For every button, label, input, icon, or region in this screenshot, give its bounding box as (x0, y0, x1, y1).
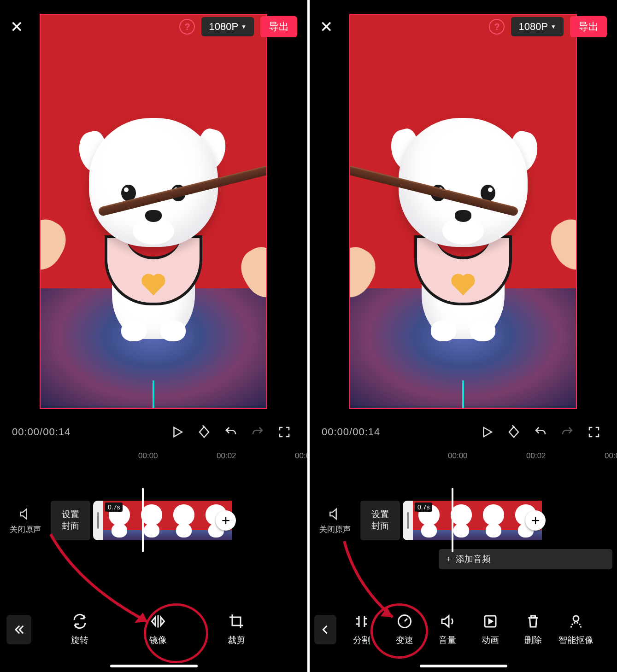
cutout-tool[interactable]: 智能抠像 (554, 613, 597, 646)
resolution-label: 1080P (518, 21, 548, 33)
home-indicator (110, 665, 198, 667)
speed-icon (396, 613, 413, 630)
set-cover-button[interactable]: 设置 封面 (51, 501, 90, 540)
split-icon (353, 613, 370, 630)
play-button[interactable] (476, 425, 498, 439)
speaker-icon (18, 507, 33, 521)
playhead[interactable] (452, 488, 453, 552)
clip-duration-badge: 0.7s (105, 503, 123, 512)
keyframe-button[interactable] (503, 425, 525, 439)
mirror-icon (150, 613, 166, 630)
rotate-label: 旋转 (71, 634, 88, 646)
playhead[interactable] (142, 488, 144, 552)
mute-original-button[interactable]: 关闭原声 (310, 507, 360, 535)
svg-point-2 (573, 616, 579, 621)
crop-label: 裁剪 (228, 634, 245, 646)
close-button[interactable]: ✕ (320, 18, 333, 36)
trash-icon (525, 613, 541, 630)
person-cutout-icon (568, 613, 584, 630)
crop-tool[interactable]: 裁剪 (197, 613, 276, 646)
add-clip-button[interactable]: + (216, 510, 236, 531)
animation-icon (482, 613, 499, 630)
timeline-ruler[interactable]: 00:00 00:02 00:04 (310, 451, 617, 465)
help-button[interactable]: ? (179, 19, 195, 35)
mirror-tool[interactable]: 镜像 (119, 613, 197, 646)
help-button[interactable]: ? (489, 19, 505, 35)
volume-label: 音量 (439, 634, 456, 646)
mute-label: 关闭原声 (319, 524, 351, 535)
home-indicator (420, 665, 507, 667)
add-audio-label: 添加音频 (456, 553, 491, 565)
cutout-label: 智能抠像 (558, 634, 593, 646)
add-audio-button[interactable]: + 添加音频 (439, 549, 612, 569)
chevron-down-icon: ▼ (241, 23, 247, 30)
resolution-label: 1080P (209, 21, 238, 33)
mute-label: 关闭原声 (10, 524, 41, 535)
fullscreen-button[interactable] (583, 425, 605, 439)
close-button[interactable]: ✕ (10, 18, 23, 36)
speaker-icon (328, 507, 342, 521)
animation-tool[interactable]: 动画 (469, 613, 511, 646)
rotate-icon (71, 613, 88, 630)
split-tool[interactable]: 分割 (340, 613, 383, 646)
timeline-clip[interactable]: 0.7s + (93, 501, 232, 540)
split-label: 分割 (353, 634, 370, 646)
set-cover-button[interactable]: 设置 封面 (360, 501, 400, 540)
keyframe-button[interactable] (193, 425, 215, 439)
crop-icon (228, 613, 245, 630)
redo-button[interactable] (247, 425, 269, 439)
add-clip-button[interactable]: + (525, 510, 546, 531)
clip-duration-badge: 0.7s (415, 503, 432, 512)
redo-button[interactable] (556, 425, 578, 439)
undo-button[interactable] (529, 425, 552, 439)
volume-icon (439, 613, 456, 630)
back-button[interactable] (314, 615, 336, 644)
undo-button[interactable] (220, 425, 242, 439)
back-button[interactable] (6, 615, 31, 644)
resolution-selector[interactable]: 1080P ▼ (201, 17, 254, 36)
export-button[interactable]: 导出 (570, 16, 607, 37)
timecode: 00:00/00:14 (12, 426, 71, 438)
fullscreen-button[interactable] (273, 425, 295, 439)
mute-original-button[interactable]: 关闭原声 (0, 507, 51, 535)
timeline-clip[interactable]: 0.7s + (403, 501, 542, 540)
play-button[interactable] (166, 425, 188, 439)
speed-label: 变速 (396, 634, 413, 646)
speed-tool[interactable]: 变速 (383, 613, 426, 646)
rotate-tool[interactable]: 旋转 (41, 613, 119, 646)
resolution-selector[interactable]: 1080P ▼ (511, 17, 564, 36)
animation-label: 动画 (482, 634, 499, 646)
timeline-ruler[interactable]: 00:00 00:02 00:04 (0, 451, 307, 465)
timecode: 00:00/00:14 (322, 426, 380, 438)
mirror-label: 镜像 (149, 634, 167, 646)
delete-label: 删除 (524, 634, 542, 646)
video-preview[interactable] (40, 14, 267, 409)
video-preview[interactable] (349, 14, 577, 409)
export-button[interactable]: 导出 (260, 16, 297, 37)
delete-tool[interactable]: 删除 (511, 613, 554, 646)
chevron-down-icon: ▼ (551, 23, 556, 30)
volume-tool[interactable]: 音量 (426, 613, 469, 646)
plus-icon: + (446, 554, 451, 564)
